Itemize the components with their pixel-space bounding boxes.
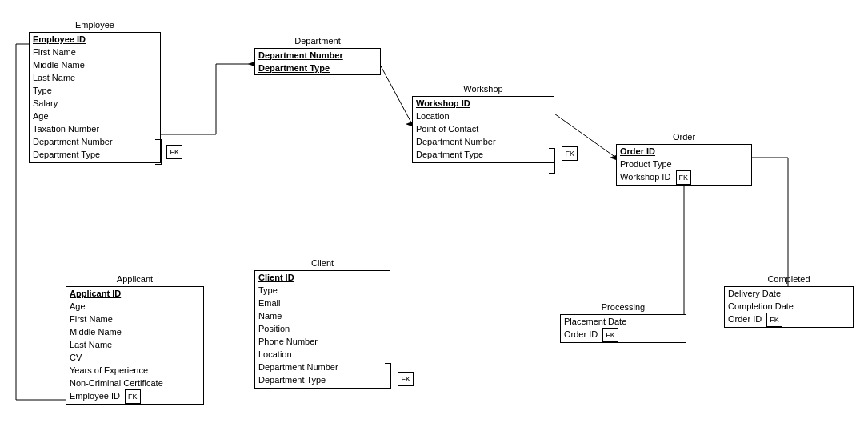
svg-line-4 bbox=[378, 62, 412, 124]
completed-field-completion: Completion Date bbox=[725, 300, 853, 313]
workshop-field-location: Location bbox=[413, 110, 554, 122]
svg-marker-5 bbox=[406, 122, 412, 126]
employee-field-lastname: Last Name bbox=[30, 71, 160, 84]
entity-processing: Processing Placement Date Order ID FK bbox=[560, 314, 686, 343]
applicant-field-cv: CV bbox=[66, 351, 203, 364]
applicant-field-empid: Employee ID FK bbox=[66, 389, 203, 404]
entity-processing-label: Processing bbox=[561, 302, 686, 312]
applicant-field-age: Age bbox=[66, 300, 203, 313]
client-field-phone: Phone Number bbox=[255, 335, 390, 348]
entity-client: Client Client ID Type Email Name Positio… bbox=[254, 270, 390, 389]
applicant-field-certificate: Non-Criminal Certificate bbox=[66, 377, 203, 389]
client-field-location: Location bbox=[255, 348, 390, 361]
department-field-num: Department Number bbox=[255, 49, 380, 62]
completed-field-orderid: Order ID FK bbox=[725, 313, 853, 327]
entity-completed: Completed Delivery Date Completion Date … bbox=[724, 286, 854, 328]
erd-diagram: Employee Employee ID First Name Middle N… bbox=[0, 0, 868, 431]
client-field-type: Type bbox=[255, 284, 390, 297]
entity-workshop-label: Workshop bbox=[413, 84, 554, 94]
svg-marker-3 bbox=[248, 62, 254, 66]
applicant-field-id: Applicant ID bbox=[66, 287, 203, 300]
entity-client-label: Client bbox=[255, 258, 390, 268]
entity-employee-label: Employee bbox=[30, 20, 160, 30]
workshop-field-deptnum: Department Number bbox=[413, 135, 554, 148]
employee-field-id: Employee ID bbox=[30, 33, 160, 46]
order-field-workshopid: Workshop ID FK bbox=[617, 170, 751, 185]
employee-field-tax: Taxation Number bbox=[30, 122, 160, 135]
applicant-field-years: Years of Experience bbox=[66, 364, 203, 377]
entity-department: Department Department Number Department … bbox=[254, 48, 381, 75]
entity-applicant: Applicant Applicant ID Age First Name Mi… bbox=[66, 286, 204, 405]
client-field-deptnum: Department Number bbox=[255, 361, 390, 373]
applicant-field-middlename: Middle Name bbox=[66, 325, 203, 338]
employee-field-salary: Salary bbox=[30, 97, 160, 110]
processing-field-orderid: Order ID FK bbox=[561, 328, 686, 342]
order-field-id: Order ID bbox=[617, 145, 751, 158]
applicant-field-lastname: Last Name bbox=[66, 338, 203, 351]
entity-completed-label: Completed bbox=[725, 274, 853, 284]
workshop-field-poc: Point of Contact bbox=[413, 122, 554, 135]
client-field-depttype: Department Type FK bbox=[255, 373, 390, 386]
applicant-field-firstname: First Name bbox=[66, 313, 203, 325]
entity-department-label: Department bbox=[255, 36, 380, 46]
employee-field-middlename: Middle Name bbox=[30, 58, 160, 71]
entity-order-label: Order bbox=[617, 132, 751, 142]
workshop-field-depttype: Department Type FK bbox=[413, 148, 554, 161]
client-field-email: Email bbox=[255, 297, 390, 309]
client-field-name: Name bbox=[255, 309, 390, 322]
department-field-type: Department Type bbox=[255, 62, 380, 74]
entity-workshop: Workshop Workshop ID Location Point of C… bbox=[412, 96, 554, 163]
entity-order: Order Order ID Product Type Workshop ID … bbox=[616, 144, 752, 186]
client-field-position: Position bbox=[255, 322, 390, 335]
processing-field-placement: Placement Date bbox=[561, 315, 686, 328]
employee-field-age: Age bbox=[30, 110, 160, 122]
completed-field-delivery: Delivery Date bbox=[725, 287, 853, 300]
entity-employee: Employee Employee ID First Name Middle N… bbox=[29, 32, 161, 163]
employee-field-depttype: Department Type FK bbox=[30, 148, 160, 161]
employee-field-type: Type bbox=[30, 84, 160, 97]
order-field-producttype: Product Type bbox=[617, 158, 751, 170]
entity-applicant-label: Applicant bbox=[66, 274, 203, 284]
workshop-field-id: Workshop ID bbox=[413, 97, 554, 110]
employee-field-deptnum: Department Number bbox=[30, 135, 160, 148]
employee-field-firstname: First Name bbox=[30, 46, 160, 58]
svg-marker-7 bbox=[610, 155, 616, 160]
client-field-id: Client ID bbox=[255, 271, 390, 284]
